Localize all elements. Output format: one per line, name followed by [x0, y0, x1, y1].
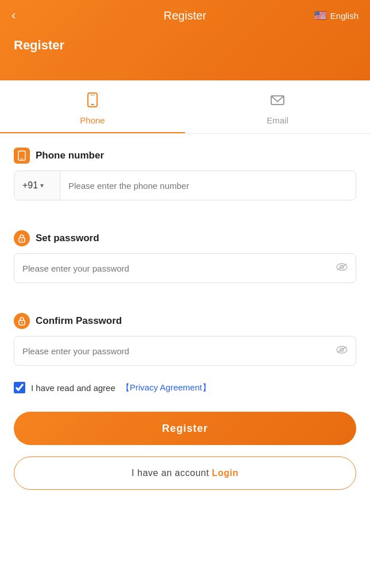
phone-input[interactable] [60, 171, 356, 200]
login-prompt-text: I have an account [132, 468, 209, 478]
phone-input-row: +91 ▾ [14, 171, 356, 200]
login-button[interactable]: I have an account Login [14, 457, 356, 490]
language-button[interactable]: 🇺🇸 English [314, 9, 359, 22]
login-link-text: Login [212, 468, 238, 478]
password-section: Set password [0, 216, 370, 283]
phone-field-icon [14, 148, 30, 164]
phone-section: Phone number +91 ▾ [0, 134, 370, 200]
confirm-password-section: Confirm Password [0, 299, 370, 366]
page-heading: Register [0, 26, 370, 60]
agreement-text: I have read and agree [31, 383, 115, 393]
main-content: Phone Email Phone number [0, 80, 370, 588]
confirm-label: Confirm Password [36, 315, 122, 327]
tabs: Phone Email [0, 80, 370, 134]
lock-field-icon [14, 230, 30, 246]
phone-label: Phone number [36, 150, 104, 161]
svg-rect-2 [90, 95, 95, 95]
register-button[interactable]: Register [14, 412, 356, 445]
password-label-row: Set password [14, 230, 356, 246]
privacy-link[interactable]: 【Privacy Agreement】 [121, 382, 211, 393]
confirm-lock-icon [14, 313, 30, 329]
svg-rect-5 [21, 158, 23, 159]
country-code-value: +91 [22, 180, 38, 191]
confirm-eye-icon[interactable] [328, 346, 356, 356]
password-input[interactable] [14, 254, 328, 283]
language-label: English [330, 11, 359, 21]
header-top: ‹ Register 🇺🇸 English [0, 0, 370, 26]
email-tab-icon [269, 92, 286, 112]
back-button[interactable]: ‹ [11, 9, 16, 22]
email-tab-label: Email [267, 115, 288, 125]
phone-tab-icon [84, 92, 101, 112]
confirm-input-row [14, 336, 356, 366]
tab-phone[interactable]: Phone [0, 80, 185, 133]
header-title: Register [164, 9, 206, 22]
svg-point-7 [21, 239, 22, 241]
password-label: Set password [36, 233, 99, 244]
phone-tab-label: Phone [80, 115, 105, 125]
tab-active-underline [0, 132, 185, 134]
password-input-row [14, 253, 356, 283]
agreement-row: I have read and agree 【Privacy Agreement… [0, 382, 370, 393]
flag-icon: 🇺🇸 [314, 9, 327, 22]
svg-rect-1 [91, 104, 94, 105]
eye-icon[interactable] [328, 263, 356, 273]
chevron-down-icon: ▾ [40, 181, 44, 189]
tab-email[interactable]: Email [185, 80, 370, 133]
agreement-checkbox[interactable] [14, 382, 25, 393]
svg-point-12 [21, 322, 22, 323]
country-code-selector[interactable]: +91 ▾ [14, 171, 60, 200]
phone-label-row: Phone number [14, 148, 356, 164]
header: ‹ Register 🇺🇸 English Register [0, 0, 370, 80]
confirm-input[interactable] [14, 336, 328, 365]
confirm-label-row: Confirm Password [14, 313, 356, 329]
